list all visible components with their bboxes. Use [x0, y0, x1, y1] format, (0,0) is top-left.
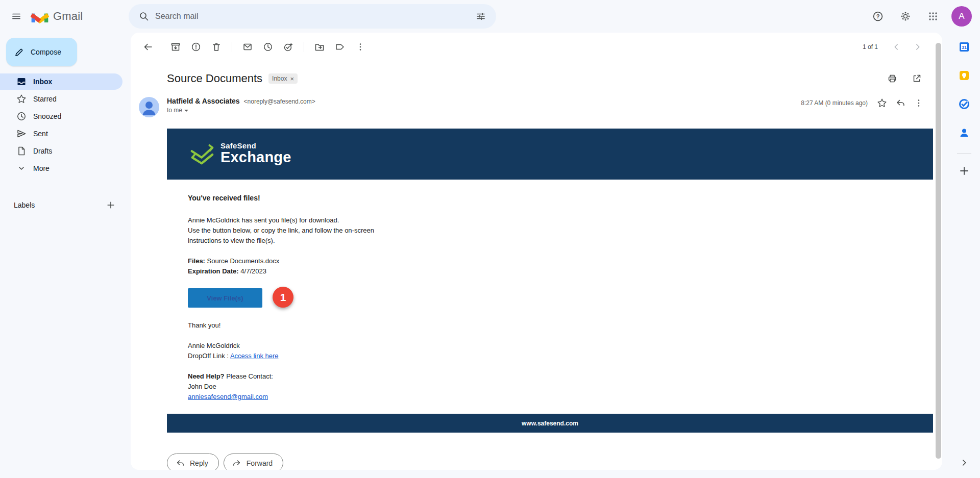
files-line: Files: Source Documents.docx [188, 256, 933, 266]
top-header: Gmail ? A [0, 0, 980, 33]
show-side-panel-button[interactable] [954, 452, 974, 473]
sidebar-item-starred[interactable]: Starred [0, 91, 122, 107]
snooze-clock-icon [263, 42, 273, 52]
sidebar-item-snoozed[interactable]: Snoozed [0, 108, 122, 124]
access-link[interactable]: Access link here [230, 352, 279, 360]
search-input[interactable] [155, 12, 470, 21]
rail-divider [957, 153, 971, 154]
settings-button[interactable] [893, 4, 918, 29]
sender-avatar[interactable] [139, 97, 159, 117]
plus-icon [959, 166, 969, 176]
report-spam-icon [191, 42, 201, 52]
help-icon: ? [872, 11, 884, 22]
expiration-value: 4/7/2023 [240, 267, 266, 275]
sidebar-item-more[interactable]: More [0, 160, 122, 177]
chevron-left-icon [892, 42, 901, 52]
safesend-logo-icon [188, 141, 215, 167]
sidebar-item-label: Inbox [33, 78, 52, 86]
sidebar-item-inbox[interactable]: Inbox [0, 73, 122, 90]
gmail-logo[interactable]: Gmail [31, 9, 107, 23]
reply-label: Reply [190, 459, 208, 467]
email-subject: Source Documents [167, 72, 262, 85]
keep-icon [958, 69, 970, 82]
sidebar-item-label: Drafts [33, 147, 52, 155]
open-in-new-button[interactable] [906, 68, 927, 89]
scrollbar-thumb[interactable] [936, 43, 941, 459]
view-files-button[interactable]: View File(s) [188, 288, 262, 308]
add-to-tasks-button[interactable] [278, 37, 299, 57]
search-options-button[interactable] [470, 5, 492, 28]
recipient-dropdown[interactable]: to me [167, 107, 315, 114]
dropdown-arrow-icon [184, 110, 188, 112]
footer-site-link[interactable]: www.safesend.com [522, 420, 578, 427]
envelope-icon [242, 42, 253, 52]
pagination-text: 1 of 1 [863, 43, 878, 51]
calendar-app-button[interactable]: 31 [954, 37, 974, 57]
more-vertical-icon [355, 42, 365, 52]
star-outline-icon [877, 98, 887, 108]
thanks-line: Thank you! [188, 320, 933, 331]
help-line: Need Help? Please Contact: [188, 371, 933, 382]
subject-row: Source Documents Inbox × [131, 61, 942, 92]
pencil-icon [14, 47, 24, 57]
labels-section-header: Labels [14, 197, 119, 213]
help-button[interactable]: ? [866, 4, 890, 29]
sidebar-item-sent[interactable]: Sent [0, 125, 122, 142]
report-spam-button[interactable] [186, 37, 206, 57]
reply-arrow-icon [895, 98, 905, 108]
labels-button[interactable] [330, 37, 350, 57]
files-value: Source Documents.docx [207, 257, 280, 265]
delete-button[interactable] [206, 37, 227, 57]
google-apps-button[interactable] [921, 4, 945, 29]
signature-name: Annie McGoldrick [188, 341, 933, 351]
contacts-app-button[interactable] [954, 122, 974, 143]
recipient-text: to me [167, 107, 182, 114]
safesend-footer-banner: www.safesend.com [167, 414, 933, 433]
archive-icon [170, 42, 181, 52]
back-button[interactable] [138, 37, 158, 57]
reply-arrow-icon [176, 459, 185, 468]
mark-unread-button[interactable] [237, 37, 258, 57]
printer-icon [887, 73, 897, 84]
keep-app-button[interactable] [954, 65, 974, 86]
reply-icon-button[interactable] [892, 95, 909, 111]
get-addons-button[interactable] [954, 161, 974, 181]
inbox-label-chip[interactable]: Inbox × [268, 73, 298, 84]
tasks-app-button[interactable] [954, 94, 974, 114]
main-content: 1 of 1 Source Documents Inbox × [131, 33, 942, 478]
help-label: Need Help? [188, 372, 225, 380]
calendar-icon: 31 [958, 41, 970, 53]
search-bar[interactable] [129, 4, 496, 29]
star-icon [16, 94, 27, 104]
gear-icon [900, 11, 911, 22]
archive-button[interactable] [165, 37, 186, 57]
person-icon [139, 97, 159, 117]
more-options-button[interactable] [350, 37, 371, 57]
compose-button[interactable]: Compose [6, 38, 77, 66]
snooze-button[interactable] [258, 37, 278, 57]
expiration-label: Expiration Date: [188, 267, 239, 275]
message-more-button[interactable] [911, 95, 927, 111]
main-menu-button[interactable] [4, 4, 29, 29]
gmail-m-icon [31, 9, 49, 23]
newer-button[interactable] [886, 37, 906, 57]
search-submit-button[interactable] [133, 5, 155, 28]
print-button[interactable] [882, 68, 902, 89]
tune-icon [476, 11, 486, 21]
tasks-icon [958, 98, 970, 110]
email-timestamp: 8:27 AM (0 minutes ago) [801, 99, 868, 107]
sidebar-item-drafts[interactable]: Drafts [0, 143, 122, 159]
create-label-button[interactable] [103, 197, 119, 213]
account-avatar[interactable]: A [951, 6, 972, 27]
star-email-button[interactable] [874, 95, 890, 111]
contact-email-link[interactable]: anniesafesend@gmail.com [188, 393, 268, 400]
view-files-row: View File(s) 1 [188, 288, 933, 308]
chip-label: Inbox [272, 75, 287, 82]
move-to-button[interactable] [309, 37, 330, 57]
send-icon [16, 129, 27, 139]
sender-address: <noreply@safesend.com> [244, 98, 315, 105]
forward-button[interactable]: Forward [224, 454, 283, 470]
remove-label-icon[interactable]: × [290, 76, 294, 82]
older-button[interactable] [908, 37, 928, 57]
reply-button[interactable]: Reply [167, 454, 219, 470]
